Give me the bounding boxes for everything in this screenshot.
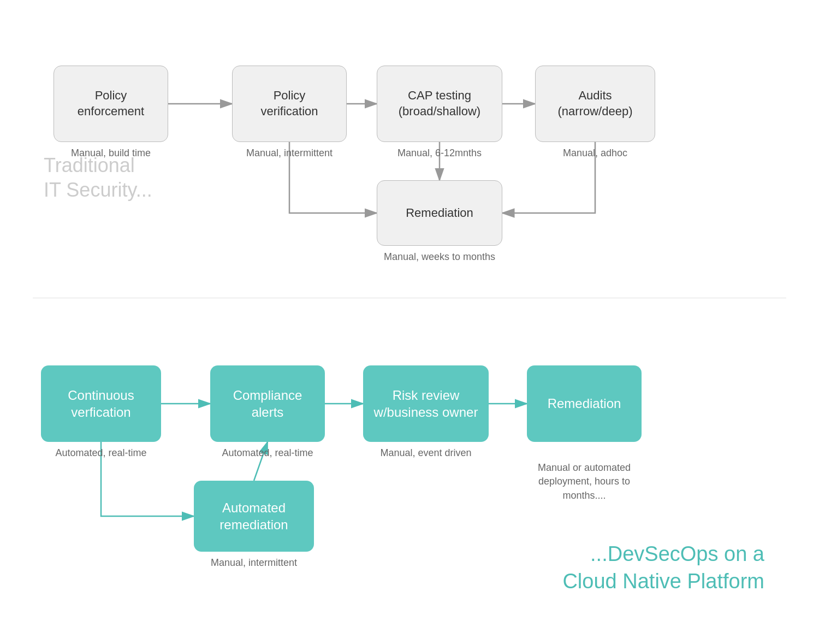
section-divider [33,298,786,298]
caption-compliance-alerts: Automated, real-time [210,447,325,459]
box-risk-review: Risk review w/business owner [363,365,489,442]
diagram-container: Traditional IT Security... Policy enforc… [0,0,819,644]
caption-audits: Manual, adhoc [535,147,655,159]
caption-remediation-top: Manual, weeks to months [349,251,530,263]
caption-continuous-verification: Automated, real-time [41,447,161,459]
caption-cap-testing: Manual, 6-12mnths [377,147,502,159]
box-remediation-top: Remediation [377,180,502,246]
devsecops-label: ...DevSecOps on a Cloud Native Platform [562,514,764,595]
box-remediation-bottom: Remediation [527,365,642,442]
box-policy-verification: Policy verification [232,66,347,142]
box-audits: Audits (narrow/deep) [535,66,655,142]
box-automated-remediation: Automated remediation [194,481,314,552]
caption-risk-review: Manual, event driven [363,447,489,459]
caption-policy-verification: Manual, intermittent [232,147,347,159]
box-compliance-alerts: Compliance alerts [210,365,325,442]
box-continuous-verification: Continuous verfication [41,365,161,442]
box-policy-enforcement: Policy enforcement [54,66,168,142]
box-cap-testing: CAP testing (broad/shallow) [377,66,502,142]
caption-remediation-bottom: Manual or automated deployment, hours to… [513,447,655,503]
caption-automated-remediation: Manual, intermittent [194,557,314,569]
caption-policy-enforcement: Manual, build time [54,147,168,159]
traditional-label: Traditional IT Security... [44,153,152,202]
